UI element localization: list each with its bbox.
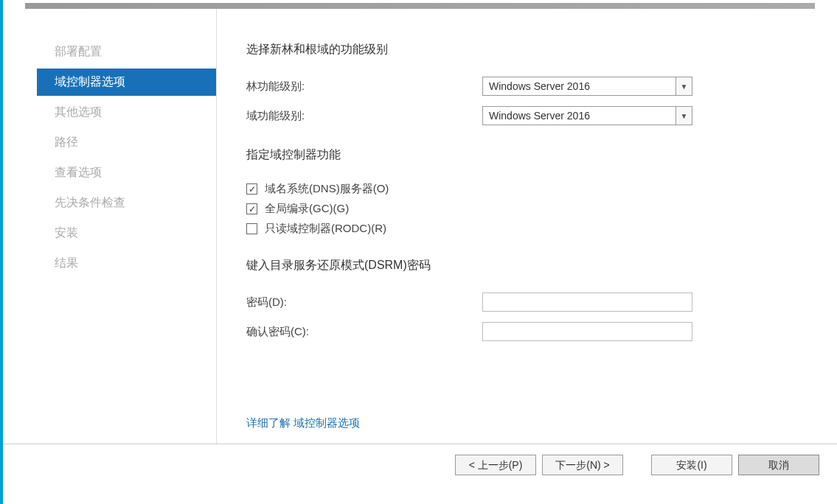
dns-label: 域名系统(DNS)服务器(O) [265, 182, 389, 196]
gc-checkbox[interactable] [246, 203, 257, 214]
rodc-checkbox[interactable] [246, 223, 257, 234]
rodc-label: 只读域控制器(RODC)(R) [265, 222, 386, 236]
forest-level-row: 林功能级别: Windows Server 2016 ▼ [246, 77, 837, 96]
main-container: 部署配置 域控制器选项 其他选项 路径 查看选项 先决条件检查 安装 结果 选择… [3, 9, 837, 444]
install-button[interactable]: 安装(I) [651, 455, 732, 475]
next-button[interactable]: 下一步(N) > [542, 455, 623, 475]
domain-level-row: 域功能级别: Windows Server 2016 ▼ [246, 106, 837, 125]
sidebar-item-other-options[interactable]: 其他选项 [46, 99, 216, 126]
confirm-password-row: 确认密码(C): [246, 322, 837, 341]
password-input[interactable] [482, 293, 692, 312]
sidebar-item-dc-options[interactable]: 域控制器选项 [37, 69, 216, 96]
learn-more-link[interactable]: 详细了解 域控制器选项 [246, 416, 360, 430]
gc-label: 全局编录(GC)(G) [265, 202, 349, 216]
sidebar-item-review[interactable]: 查看选项 [46, 159, 216, 186]
sidebar: 部署配置 域控制器选项 其他选项 路径 查看选项 先决条件检查 安装 结果 [3, 9, 217, 444]
section-dsrm-title: 键入目录服务还原模式(DSRM)密码 [246, 258, 837, 273]
sidebar-item-install[interactable]: 安装 [46, 220, 216, 247]
chevron-down-icon: ▼ [675, 107, 692, 125]
sidebar-item-prereq-check[interactable]: 先决条件检查 [46, 189, 216, 217]
dns-checkbox[interactable] [246, 183, 257, 195]
domain-level-value: Windows Server 2016 [483, 107, 675, 125]
gc-checkbox-row[interactable]: 全局编录(GC)(G) [246, 202, 837, 216]
top-divider [25, 3, 815, 9]
sidebar-item-paths[interactable]: 路径 [46, 129, 216, 156]
rodc-checkbox-row[interactable]: 只读域控制器(RODC)(R) [246, 222, 837, 236]
cancel-button[interactable]: 取消 [738, 455, 819, 475]
forest-level-select[interactable]: Windows Server 2016 ▼ [482, 77, 692, 96]
password-row: 密码(D): [246, 293, 837, 312]
footer: < 上一步(P) 下一步(N) > 安装(I) 取消 [3, 444, 837, 475]
confirm-password-input[interactable] [482, 322, 692, 341]
domain-level-select[interactable]: Windows Server 2016 ▼ [482, 106, 692, 125]
prev-button[interactable]: < 上一步(P) [455, 455, 536, 475]
forest-level-label: 林功能级别: [246, 80, 482, 94]
section-dc-capabilities-title: 指定域控制器功能 [246, 147, 837, 163]
section-functional-level-title: 选择新林和根域的功能级别 [246, 42, 837, 57]
password-label: 密码(D): [246, 295, 482, 309]
sidebar-item-results[interactable]: 结果 [46, 250, 216, 277]
content-panel: 选择新林和根域的功能级别 林功能级别: Windows Server 2016 … [217, 9, 837, 444]
dns-checkbox-row[interactable]: 域名系统(DNS)服务器(O) [246, 182, 837, 196]
confirm-password-label: 确认密码(C): [246, 325, 482, 339]
chevron-down-icon: ▼ [675, 77, 692, 95]
sidebar-item-deploy-config[interactable]: 部署配置 [46, 38, 216, 66]
domain-level-label: 域功能级别: [246, 109, 482, 123]
forest-level-value: Windows Server 2016 [483, 77, 675, 95]
